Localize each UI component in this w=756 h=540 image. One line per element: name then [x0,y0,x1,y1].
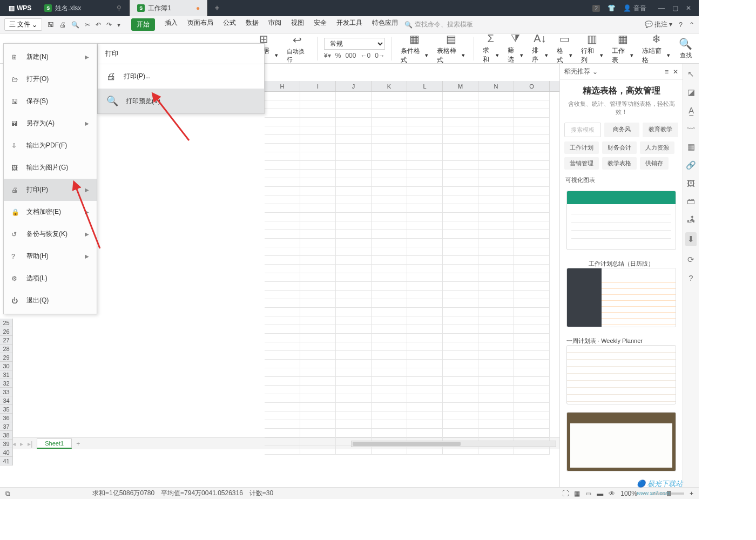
tab-layout[interactable]: 页面布局 [187,18,213,31]
tab-review[interactable]: 审阅 [268,18,281,31]
font-icon[interactable]: A̲ [688,106,694,116]
worksheet-button[interactable]: ▦工作表 ▾ [610,32,636,65]
horizontal-scrollbar[interactable] [351,441,556,447]
page-view-icon[interactable]: ▭ [585,490,591,497]
user-menu[interactable]: 👤 音音 [623,4,646,13]
download-icon[interactable]: ⬇ [685,232,697,246]
doc-tab-0[interactable]: S 姓名.xlsx ⚲ [37,0,130,16]
read-view-icon[interactable]: ▬ [597,490,603,497]
tp-tab-education[interactable]: 教育教学 [643,123,678,137]
sync-icon[interactable]: ⟳ [687,255,694,265]
zoom-out-icon[interactable]: − [643,490,646,497]
undo-icon[interactable]: ↶ [96,21,101,29]
template-tag[interactable]: 供销存 [640,157,669,170]
picture-icon[interactable]: 🏞 [687,214,695,224]
column-header[interactable]: O [514,81,550,91]
cut-icon[interactable]: ✂ [85,21,90,29]
sheet-nav-next[interactable]: ▸ [20,440,23,448]
rowcol-button[interactable]: ▥行和列 ▾ [579,32,605,65]
column-header[interactable]: N [478,81,514,91]
row-header[interactable]: 32 [0,379,13,388]
mode-icon[interactable]: ⧉ [5,490,10,497]
tab-insert[interactable]: 插入 [165,18,178,31]
template-tag[interactable]: 财务会计 [602,141,637,154]
redo-icon[interactable]: ↷ [106,21,112,29]
chevron-down-icon[interactable]: ⌄ [592,68,598,76]
currency-icon[interactable]: ¥▾ [324,52,331,59]
submenu-item[interactable]: 🔍打印预览(V) [98,89,264,113]
template-thumb-3[interactable] [566,412,676,471]
template-thumb-2[interactable] [566,345,676,404]
notification-badge[interactable]: 2 [592,5,600,12]
template-tag[interactable]: 教学表格 [602,157,637,170]
file-menu-button[interactable]: 三 文件 ⌄ [4,18,42,31]
preview-icon[interactable]: 🔍 [71,21,79,29]
percent-icon[interactable]: % [335,52,341,59]
cursor-icon[interactable]: ↖ [687,69,694,79]
zoom-slider[interactable] [652,492,684,495]
file-menu-item[interactable]: ?帮助(H)▶ [4,245,97,267]
template-tag[interactable]: 营销管理 [564,157,599,170]
sparkline-icon[interactable]: 〰 [687,124,695,133]
save-icon[interactable]: 🖫 [48,21,54,29]
tab-formula[interactable]: 公式 [223,18,236,31]
tab-security[interactable]: 安全 [314,18,327,31]
template-tag[interactable]: 人力资源 [640,141,674,154]
tp-tab-search[interactable]: 搜索模板 [564,123,601,137]
row-header[interactable]: 28 [0,345,13,353]
panel-menu-icon[interactable]: ≡ [665,68,669,76]
row-header[interactable]: 31 [0,370,13,379]
row-header[interactable]: 35 [0,405,13,414]
file-menu-item[interactable]: ⚙选项(L) [4,267,97,289]
file-menu-item[interactable]: 🖫保存(S) [4,90,97,112]
template-thumb-0[interactable] [566,191,676,250]
submenu-item[interactable]: 🖨打印(P)... [98,64,264,89]
add-sheet-button[interactable]: + [76,440,80,448]
row-header[interactable]: 40 [0,448,13,457]
comment-button[interactable]: 💬 批注 ▾ [645,20,673,29]
command-search[interactable]: 🔍 查找命令、搜索模板 [404,20,473,29]
shape-icon[interactable]: ◪ [687,87,695,97]
print-icon[interactable]: 🖨 [59,21,66,29]
panel-close-icon[interactable]: ✕ [673,68,678,76]
fullscreen-icon[interactable]: ⛶ [562,490,569,497]
find-button[interactable]: 🔍查找 [677,37,694,59]
file-menu-item[interactable]: 🖬另存为(A)▶ [4,112,97,134]
cell-grid[interactable] [265,92,559,455]
column-header[interactable]: M [443,81,478,91]
file-menu-item[interactable]: 🔒文档加密(E)▶ [4,201,97,223]
row-header[interactable]: 29 [0,353,13,362]
link-icon[interactable]: 🔗 [686,160,696,170]
row-header[interactable]: 33 [0,388,13,396]
row-header[interactable]: 26 [0,327,13,336]
sum-button[interactable]: Σ求和 ▾ [481,32,501,64]
freeze-button[interactable]: ❄冻结窗格 ▾ [640,32,672,65]
image-icon[interactable]: 🖼 [687,179,695,188]
tab-special[interactable]: 特色应用 [372,18,398,31]
sheet-nav-last[interactable]: ▸| [28,440,32,448]
inc-decimal-icon[interactable]: ←0 [360,52,370,59]
pin-icon[interactable]: ⚲ [117,4,122,12]
dropdown-icon[interactable]: ▾ [117,21,120,29]
gallery-icon[interactable]: 🗃 [687,197,695,206]
template-thumb-1[interactable] [566,268,676,327]
row-header[interactable]: 34 [0,396,13,405]
row-header[interactable]: 25 [0,319,13,327]
collapse-ribbon-icon[interactable]: ⌃ [689,21,694,29]
cond-format-button[interactable]: ▦条件格式 ▾ [399,32,431,65]
row-header[interactable]: 38 [0,431,13,440]
row-header[interactable]: 39 [0,440,13,448]
wrap-text-button[interactable]: ↩自动换行 [285,33,311,64]
filter-button[interactable]: ⧩筛选 ▾ [505,32,526,64]
grid-view-icon[interactable]: ▦ [574,490,580,497]
apparel-icon[interactable]: 👕 [608,4,616,12]
table-style-button[interactable]: ▤表格样式 ▾ [435,32,467,65]
number-format-select[interactable]: 常规 [324,38,385,50]
help-icon[interactable]: ? [688,273,693,282]
row-header[interactable]: 41 [0,457,13,465]
add-tab-button[interactable]: + [208,3,226,13]
file-menu-item[interactable]: 🖼输出为图片(G) [4,157,97,179]
help-button[interactable]: ? [679,21,683,29]
file-menu-item[interactable]: ⏻退出(Q) [4,289,97,312]
minimize-button[interactable]: — [658,4,665,12]
